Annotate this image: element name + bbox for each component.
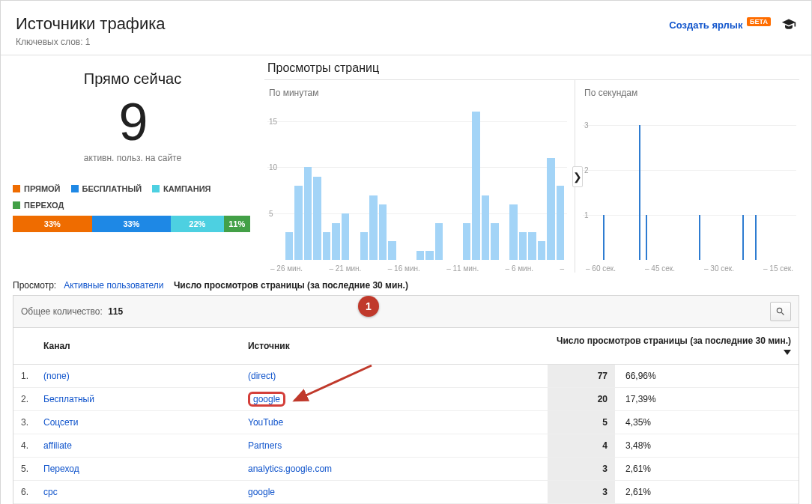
channel-link[interactable]: affiliate [43,440,72,451]
distribution-segment: 33% [92,216,172,232]
legend-swatch [71,185,79,192]
page-title: Источники трафика [16,14,166,34]
chart-bar [304,167,312,260]
source-link[interactable]: (direct) [248,371,276,381]
page-subtitle: Ключевых слов: 1 [16,37,166,47]
chart-bar [646,215,647,260]
search-icon [775,306,786,317]
source-link[interactable]: Partners [248,440,282,451]
channel-link[interactable]: cpc [43,487,58,497]
traffic-legend: ПРЯМОЙБЕСПЛАТНЫЙКАМПАНИЯПЕРЕХОД [13,184,252,210]
chart-bar [755,215,757,260]
xtick: – 21 мин. [329,264,361,273]
traffic-distribution-bar: 33%33%22%11% [13,216,252,232]
pageviews-count: 77 [548,365,615,388]
legend-swatch [13,201,20,209]
pageviews-title: Просмотры страниц [264,55,799,80]
sort-descending-icon [784,348,791,356]
chart-bar [742,215,744,260]
channel-link[interactable]: Переход [43,464,79,474]
legend-item: ПЕРЕХОД [13,201,64,210]
channel-link[interactable]: (none) [43,371,70,381]
table-row: 2.Бесплатныйgoogle2017,39% [13,388,799,411]
chart-bar [294,186,302,260]
ytick: 1 [584,211,589,219]
distribution-segment: 33% [13,216,92,232]
row-index: 6. [13,481,36,504]
chart-bar [472,112,479,260]
chevron-right-icon[interactable]: ❯ [572,166,583,187]
xtick: – 16 мин. [388,264,420,273]
th-count[interactable]: Число просмотров страницы (за последние … [548,328,799,365]
table-row: 6.cpcgoogle32,61% [13,481,799,504]
row-index: 5. [13,458,36,481]
table-row: 5.Переходanalytics.google.com32,61% [13,458,799,481]
view-switcher: Просмотр: Активные пользователи Число пр… [1,273,811,295]
per-minute-chart: По минутам 51015 – 26 мин.– 21 мин.– 16 … [264,80,570,273]
chart-bar [639,125,640,260]
xtick: – 45 сек. [645,264,675,273]
xtick: – [560,264,564,273]
legend-label: ПРЯМОЙ [24,184,61,193]
th-source[interactable]: Источник [240,328,548,365]
ytick: 5 [269,210,273,218]
chart-bar [388,241,396,260]
tab-active-users[interactable]: Активные пользователи [64,280,163,291]
distribution-segment: 11% [224,216,250,232]
subtitle-count: 1 [85,37,91,47]
pageviews-count: 3 [548,458,615,481]
ytick: 3 [584,121,589,130]
legend-item: ПРЯМОЙ [13,184,61,193]
chart-bar [369,195,377,260]
pageviews-pct: 3,48% [615,434,799,458]
realtime-title: Прямо сейчас [13,70,252,88]
active-users-label: активн. польз. на сайте [13,153,252,163]
legend-swatch [152,185,160,192]
pageviews-count: 3 [548,481,615,504]
per-second-chart: ❯ По секундам 123 – 60 сек.– 45 сек.– 30… [575,80,799,273]
ytick: 10 [269,163,277,171]
source-link[interactable]: google [248,487,275,497]
chart-bar [360,232,368,260]
active-users-count: 9 [13,94,252,151]
create-shortcut-label: Создать ярлык [669,19,742,31]
chart-bar [285,232,293,260]
legend-label: КАМПАНИЯ [163,184,210,193]
chart-bar [416,251,424,260]
source-link[interactable]: analytics.google.com [248,464,332,474]
channel-link[interactable]: Бесплатный [43,394,94,404]
create-shortcut-link[interactable]: Создать ярлык БЕТА [669,19,771,31]
beta-badge: БЕТА [747,17,771,26]
pageviews-pct: 17,39% [615,388,799,411]
table-row: 1.(none)(direct)7766,96% [13,365,799,388]
xtick: – 15 сек. [763,264,793,273]
chart-bar [332,223,339,260]
chart-bar [699,215,700,260]
pageviews-pct: 4,35% [615,411,799,434]
chart-bar [323,232,330,260]
xtick: – 26 мин. [270,264,303,273]
th-channel[interactable]: Канал [36,328,240,365]
graduation-cap-icon[interactable] [781,17,796,32]
xtick: – 6 мин. [506,264,533,273]
chart-bar [491,223,498,260]
search-button[interactable] [770,302,791,321]
source-link-highlighted[interactable]: google [248,392,285,407]
source-link[interactable]: YouTube [248,417,283,428]
channel-link[interactable]: Соцсети [43,417,79,428]
total-value: 115 [108,306,123,317]
pageviews-pct: 66,96% [615,365,799,388]
row-index: 2. [13,388,36,411]
view-label: Просмотр: [13,280,56,291]
ytick: 15 [269,117,277,125]
th-count-label: Число просмотров страницы (за последние … [557,336,791,346]
chart-bar [435,223,443,260]
row-index: 4. [13,434,36,458]
chart-bar [379,204,387,260]
tab-pageviews-30min[interactable]: Число просмотров страницы (за последние … [174,280,408,291]
chart-bar [528,232,536,260]
chart-bar [482,195,489,260]
legend-label: БЕСПЛАТНЫЙ [82,184,142,193]
pageviews-count: 5 [548,411,615,434]
xtick: – 30 сек. [704,264,734,273]
